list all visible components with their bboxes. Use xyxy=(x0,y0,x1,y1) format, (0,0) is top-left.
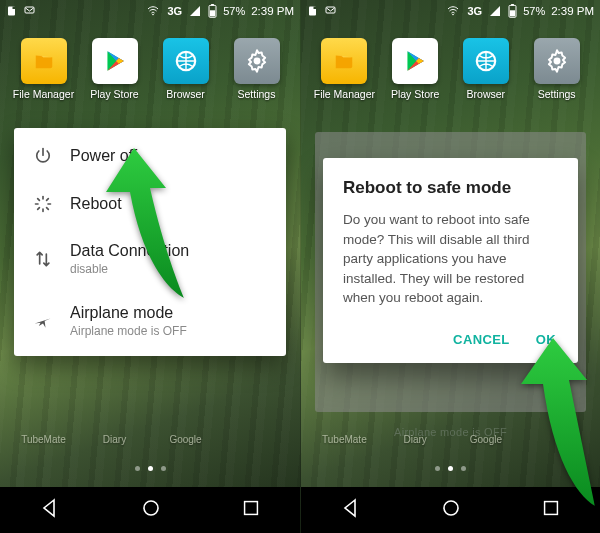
mms-icon xyxy=(324,5,338,17)
annotation-arrow xyxy=(513,338,600,528)
svg-rect-5 xyxy=(211,4,214,5)
app-label: Play Store xyxy=(90,88,138,100)
folder-icon xyxy=(321,38,367,84)
nav-recents[interactable] xyxy=(240,497,262,523)
svg-point-14 xyxy=(453,14,455,16)
nav-back[interactable] xyxy=(38,496,62,524)
play-store-icon xyxy=(392,38,438,84)
dialog-title: Reboot to safe mode xyxy=(343,178,558,198)
sim-icon xyxy=(6,5,18,17)
app-browser[interactable]: Browser xyxy=(154,38,218,100)
app-label: File Manager xyxy=(314,88,375,100)
gear-icon xyxy=(534,38,580,84)
annotation-arrow xyxy=(96,148,206,318)
dialog-cancel-button[interactable]: CANCEL xyxy=(453,332,510,347)
phone-right: 3G 57% 2:39 PM File Manager Play Store xyxy=(300,0,600,533)
svg-rect-1 xyxy=(13,7,16,10)
app-label: File Manager xyxy=(13,88,74,100)
browser-icon xyxy=(463,38,509,84)
battery-pct: 57% xyxy=(223,5,245,17)
folder-icon xyxy=(21,38,67,84)
svg-rect-13 xyxy=(326,7,335,13)
safe-mode-dialog: Reboot to safe mode Do you want to reboo… xyxy=(323,158,578,363)
svg-point-3 xyxy=(153,14,155,16)
battery-pct: 57% xyxy=(523,5,545,17)
app-label: Settings xyxy=(538,88,576,100)
app-label: Settings xyxy=(238,88,276,100)
app-file-manager[interactable]: File Manager xyxy=(12,38,76,100)
nav-back[interactable] xyxy=(339,496,363,524)
item-subtitle: Airplane mode is OFF xyxy=(70,324,187,338)
svg-rect-17 xyxy=(510,10,515,16)
dock-row: File Manager Play Store Browser Settings xyxy=(0,38,300,100)
power-icon xyxy=(32,146,54,166)
reboot-icon xyxy=(32,194,54,214)
clock: 2:39 PM xyxy=(251,5,294,17)
app-label: Browser xyxy=(467,88,506,100)
status-bar: 3G 57% 2:39 PM xyxy=(301,0,600,22)
sim-icon xyxy=(307,5,319,17)
data-icon xyxy=(32,249,54,269)
ghost-app: TubeMate xyxy=(12,384,76,445)
app-file-manager[interactable]: File Manager xyxy=(312,38,376,100)
app-browser[interactable]: Browser xyxy=(454,38,518,100)
phone-left: 3G 57% 2:39 PM File Manager Play Store xyxy=(0,0,300,533)
ghost-app: Diary xyxy=(83,384,147,445)
gear-icon xyxy=(234,38,280,84)
network-label: 3G xyxy=(167,5,182,17)
svg-rect-12 xyxy=(314,7,317,10)
ghost-app: Google xyxy=(154,384,218,445)
network-label: 3G xyxy=(467,5,482,17)
svg-point-20 xyxy=(444,501,458,515)
svg-rect-2 xyxy=(25,7,34,13)
wifi-icon xyxy=(445,5,461,17)
signal-icon xyxy=(488,5,502,17)
wifi-icon xyxy=(145,5,161,17)
browser-icon xyxy=(163,38,209,84)
battery-icon xyxy=(508,4,517,18)
app-play-store[interactable]: Play Store xyxy=(83,38,147,100)
app-settings[interactable]: Settings xyxy=(225,38,289,100)
signal-icon xyxy=(188,5,202,17)
nav-home[interactable] xyxy=(139,496,163,524)
app-play-store[interactable]: Play Store xyxy=(383,38,447,100)
svg-rect-10 xyxy=(244,502,257,515)
app-label: Play Store xyxy=(391,88,439,100)
svg-point-9 xyxy=(144,501,158,515)
clock: 2:39 PM xyxy=(551,5,594,17)
ghost-row: TubeMate Diary Google xyxy=(0,384,300,445)
play-store-icon xyxy=(92,38,138,84)
svg-rect-16 xyxy=(511,4,514,5)
mms-icon xyxy=(23,5,37,17)
app-label: Browser xyxy=(166,88,205,100)
dock-row: File Manager Play Store Browser Settings xyxy=(301,38,600,100)
nav-home[interactable] xyxy=(439,496,463,524)
nav-bar xyxy=(0,487,300,533)
app-settings[interactable]: Settings xyxy=(525,38,589,100)
svg-point-8 xyxy=(253,58,260,65)
svg-point-19 xyxy=(553,58,560,65)
page-indicator xyxy=(0,466,300,471)
battery-icon xyxy=(208,4,217,18)
dialog-body: Do you want to reboot into safe mode? Th… xyxy=(343,210,558,308)
svg-rect-6 xyxy=(210,10,215,16)
airplane-icon xyxy=(32,311,54,331)
status-bar: 3G 57% 2:39 PM xyxy=(0,0,300,22)
